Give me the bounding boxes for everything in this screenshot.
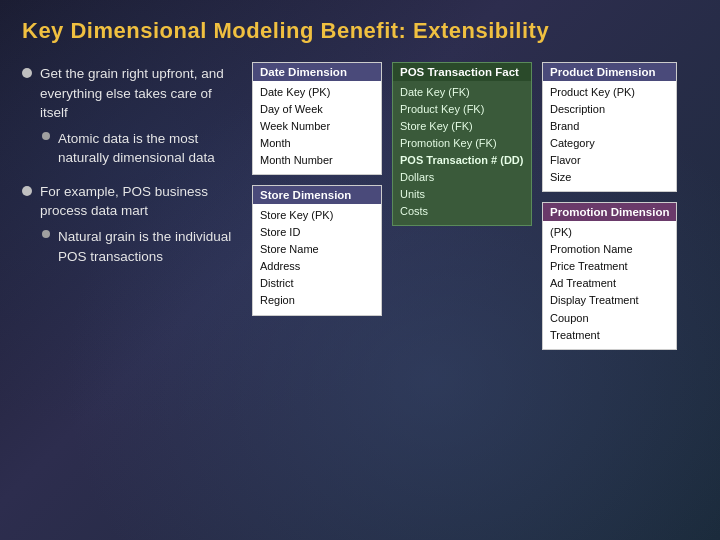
sub-bullet-dot-1: [42, 132, 50, 140]
date-dimension-header: Date Dimension: [253, 63, 381, 81]
center-tables: Date Dimension Date Key (PK)Day of WeekW…: [252, 62, 382, 316]
left-column: Get the grain right upfront, and everyth…: [22, 62, 242, 280]
promotion-dimension-table: Promotion Dimension (PK)Promotion NamePr…: [542, 202, 677, 349]
list-item: Store Name: [260, 241, 374, 258]
promotion-dimension-body: (PK)Promotion NamePrice TreatmentAd Trea…: [543, 221, 676, 348]
list-item: Coupon: [550, 310, 669, 327]
list-item: POS Transaction # (DD): [400, 152, 524, 169]
right-tables: Product Dimension Product Key (PK)Descri…: [542, 62, 677, 350]
date-dimension-table: Date Dimension Date Key (PK)Day of WeekW…: [252, 62, 382, 175]
main-content: Get the grain right upfront, and everyth…: [22, 62, 698, 350]
store-dimension-table: Store Dimension Store Key (PK)Store IDSt…: [252, 185, 382, 315]
product-dimension-body: Product Key (PK)DescriptionBrandCategory…: [543, 81, 676, 191]
list-item: Month: [260, 135, 374, 152]
list-item: Flavor: [550, 152, 669, 169]
list-item: Date Key (FK): [400, 84, 524, 101]
sub-bullet-2: Natural grain is the individual POS tran…: [42, 227, 242, 266]
store-dimension-body: Store Key (PK)Store IDStore NameAddressD…: [253, 204, 381, 314]
list-item: (PK): [550, 224, 669, 241]
tables-area: Date Dimension Date Key (PK)Day of WeekW…: [252, 62, 677, 350]
list-item: Promotion Key (FK): [400, 135, 524, 152]
list-item: Store ID: [260, 224, 374, 241]
list-item: Product Key (PK): [550, 84, 669, 101]
bullet-section-2: For example, POS business process data m…: [22, 182, 242, 266]
sub-bullet-text-2: Natural grain is the individual POS tran…: [58, 227, 242, 266]
bullet-dot-2: [22, 186, 32, 196]
list-item: Address: [260, 258, 374, 275]
list-item: Price Treatment: [550, 258, 669, 275]
list-item: Day of Week: [260, 101, 374, 118]
bullet-section-1: Get the grain right upfront, and everyth…: [22, 64, 242, 168]
bullet-text-2: For example, POS business process data m…: [40, 182, 242, 221]
list-item: Region: [260, 292, 374, 309]
list-item: Brand: [550, 118, 669, 135]
list-item: District: [260, 275, 374, 292]
store-dimension-header: Store Dimension: [253, 186, 381, 204]
product-dimension-header: Product Dimension: [543, 63, 676, 81]
list-item: Date Key (PK): [260, 84, 374, 101]
list-item: Units: [400, 186, 524, 203]
list-item: Store Key (FK): [400, 118, 524, 135]
list-item: Dollars: [400, 169, 524, 186]
promotion-dimension-header: Promotion Dimension: [543, 203, 676, 221]
list-item: Treatment: [550, 327, 669, 344]
product-dimension-table: Product Dimension Product Key (PK)Descri…: [542, 62, 677, 192]
pos-fact-table: POS Transaction Fact Date Key (FK)Produc…: [392, 62, 532, 226]
list-item: Category: [550, 135, 669, 152]
list-item: Description: [550, 101, 669, 118]
bullet-dot-1: [22, 68, 32, 78]
bullet-main-2: For example, POS business process data m…: [22, 182, 242, 221]
sub-bullet-text-1: Atomic data is the most naturally dimens…: [58, 129, 242, 168]
date-dimension-body: Date Key (PK)Day of WeekWeek NumberMonth…: [253, 81, 381, 174]
list-item: Ad Treatment: [550, 275, 669, 292]
pos-fact-header: POS Transaction Fact: [393, 63, 531, 81]
list-item: Size: [550, 169, 669, 186]
list-item: Promotion Name: [550, 241, 669, 258]
sub-bullet-dot-2: [42, 230, 50, 238]
list-item: Store Key (PK): [260, 207, 374, 224]
bullet-text-1: Get the grain right upfront, and everyth…: [40, 64, 242, 123]
page: Key Dimensional Modeling Benefit: Extens…: [0, 0, 720, 540]
list-item: Month Number: [260, 152, 374, 169]
page-title: Key Dimensional Modeling Benefit: Extens…: [22, 18, 698, 44]
list-item: Product Key (FK): [400, 101, 524, 118]
list-item: Costs: [400, 203, 524, 220]
list-item: Display Treatment: [550, 292, 669, 309]
list-item: Week Number: [260, 118, 374, 135]
pos-fact-body: Date Key (FK)Product Key (FK)Store Key (…: [393, 81, 531, 225]
bullet-main-1: Get the grain right upfront, and everyth…: [22, 64, 242, 123]
sub-bullet-1: Atomic data is the most naturally dimens…: [42, 129, 242, 168]
